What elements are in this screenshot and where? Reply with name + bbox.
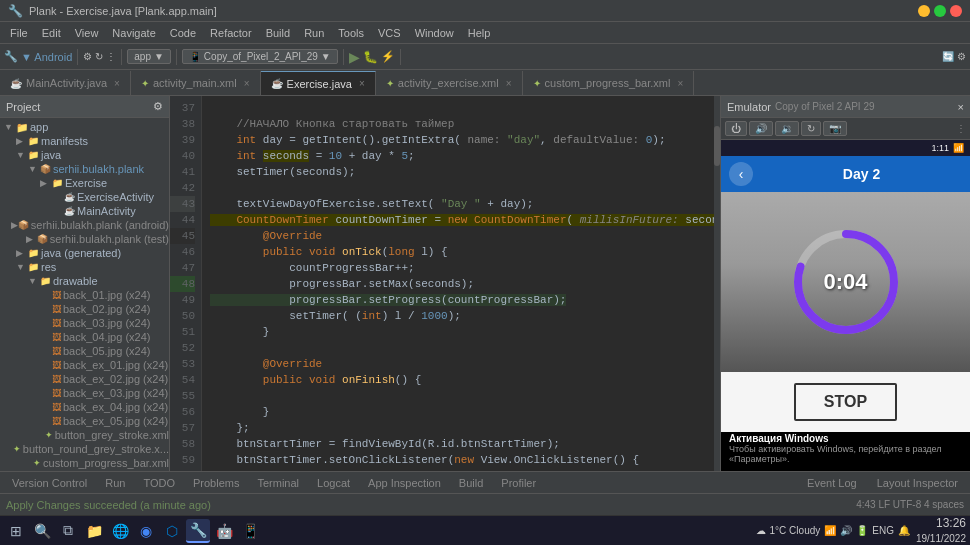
tree-back04[interactable]: ▶ 🖼 back_04.jpg (x24): [0, 330, 169, 344]
stop-button-area: STOP: [721, 372, 970, 432]
tree-exercise-folder[interactable]: ▶ 📁 Exercise: [0, 176, 169, 190]
menu-run[interactable]: Run: [298, 25, 330, 41]
emu-vol-down-btn[interactable]: 🔉: [775, 121, 799, 136]
emu-rotate-btn[interactable]: ↻: [801, 121, 821, 136]
tab-close-mainactivity[interactable]: ×: [114, 78, 120, 89]
tab-activity-main[interactable]: ✦ activity_main.xml ×: [131, 71, 261, 95]
emu-screenshot-btn[interactable]: 📷: [823, 121, 847, 136]
tree-pkg-test[interactable]: ▶ 📦 serhii.bulakh.plank (test): [0, 232, 169, 246]
minimize-button[interactable]: [918, 5, 930, 17]
editor-scrollbar[interactable]: [714, 96, 720, 471]
tree-pkg-android[interactable]: ▶ 📦 serhii.bulakh.plank (android): [0, 218, 169, 232]
toolbar-icon-3[interactable]: ⋮: [106, 51, 116, 62]
toolbar-icon-2[interactable]: ↻: [95, 51, 103, 62]
tree-pkg[interactable]: ▼ 📦 serhii.bulakh.plank: [0, 162, 169, 176]
menu-help[interactable]: Help: [462, 25, 497, 41]
profile-button[interactable]: ⚡: [381, 50, 395, 63]
bottom-tab-build[interactable]: Build: [451, 475, 491, 491]
close-button[interactable]: [950, 5, 962, 17]
bottom-tab-profiler[interactable]: Profiler: [493, 475, 544, 491]
notification-icon[interactable]: 🔔: [898, 525, 910, 536]
menu-view[interactable]: View: [69, 25, 105, 41]
taskbar-edge-button[interactable]: 🌐: [108, 519, 132, 543]
emulator-close-icon[interactable]: ×: [958, 101, 964, 113]
tab-activity-exercise[interactable]: ✦ activity_exercise.xml ×: [376, 71, 523, 95]
taskbar-chrome-button[interactable]: ◉: [134, 519, 158, 543]
menu-navigate[interactable]: Navigate: [106, 25, 161, 41]
tree-custom-progress[interactable]: ▶ ✦ custom_progress_bar.xml: [0, 456, 169, 470]
emu-vol-up-btn[interactable]: 🔊: [749, 121, 773, 136]
tree-back-ex02[interactable]: ▶ 🖼 back_ex_02.jpg (x24): [0, 372, 169, 386]
tree-exercise-activity[interactable]: ▶ ☕ ExerciseActivity: [0, 190, 169, 204]
tree-btn-grey[interactable]: ▶ ✦ button_grey_stroke.xml: [0, 428, 169, 442]
taskbar-intellij-button[interactable]: 🔧: [186, 519, 210, 543]
phone-back-button[interactable]: ‹: [729, 162, 753, 186]
menu-refactor[interactable]: Refactor: [204, 25, 258, 41]
sync-icon[interactable]: 🔄: [942, 51, 954, 62]
menu-vcs[interactable]: VCS: [372, 25, 407, 41]
tree-back03[interactable]: ▶ 🖼 back_03.jpg (x24): [0, 316, 169, 330]
bottom-tab-layout-inspector[interactable]: Layout Inspector: [869, 475, 966, 491]
tree-java[interactable]: ▼ 📁 java: [0, 148, 169, 162]
tree-app[interactable]: ▼ 📁 app: [0, 120, 169, 134]
menu-file[interactable]: File: [4, 25, 34, 41]
tree-mainactivity[interactable]: ▶ ☕ MainActivity: [0, 204, 169, 218]
tab-close-4[interactable]: ×: [506, 78, 512, 89]
project-settings-icon[interactable]: ⚙: [153, 100, 163, 113]
tab-close-2[interactable]: ×: [244, 78, 250, 89]
network-icon[interactable]: 📶: [824, 525, 836, 536]
tab-close-3[interactable]: ×: [359, 78, 365, 89]
tree-manifests[interactable]: ▶ 📁 manifests: [0, 134, 169, 148]
taskbar-taskview-button[interactable]: ⧉: [56, 519, 80, 543]
toolbar-project-selector[interactable]: app ▼: [127, 49, 171, 64]
bottom-tab-problems[interactable]: Problems: [185, 475, 247, 491]
battery-icon[interactable]: 🔋: [856, 525, 868, 536]
clock-display[interactable]: 13:26 19/11/2022: [916, 516, 966, 545]
taskbar-explorer-button[interactable]: 📁: [82, 519, 106, 543]
settings-icon[interactable]: ⚙: [957, 51, 966, 62]
tab-close-5[interactable]: ×: [677, 78, 683, 89]
menu-tools[interactable]: Tools: [332, 25, 370, 41]
taskbar-search-button[interactable]: 🔍: [30, 519, 54, 543]
tab-custom-progress[interactable]: ✦ custom_progress_bar.xml ×: [523, 71, 695, 95]
volume-icon[interactable]: 🔊: [840, 525, 852, 536]
tree-back01[interactable]: ▶ 🖼 back_01.jpg (x24): [0, 288, 169, 302]
taskbar-android-button[interactable]: 🤖: [212, 519, 236, 543]
run-button[interactable]: ▶: [349, 49, 360, 65]
toolbar-icon-1[interactable]: ⚙: [83, 51, 92, 62]
tree-drawable[interactable]: ▼ 📁 drawable: [0, 274, 169, 288]
tree-back-ex05[interactable]: ▶ 🖼 back_ex_05.jpg (x24): [0, 414, 169, 428]
menu-window[interactable]: Window: [409, 25, 460, 41]
tree-btn-round-grey[interactable]: ▶ ✦ button_round_grey_stroke.x...: [0, 442, 169, 456]
stop-button[interactable]: STOP: [794, 383, 897, 421]
bottom-tab-logcat[interactable]: Logcat: [309, 475, 358, 491]
scrollbar-thumb[interactable]: [714, 126, 720, 166]
bottom-tab-run[interactable]: Run: [97, 475, 133, 491]
menu-edit[interactable]: Edit: [36, 25, 67, 41]
taskbar-vscode-button[interactable]: ⬡: [160, 519, 184, 543]
tab-mainactivity[interactable]: ☕ MainActivity.java ×: [0, 71, 131, 95]
taskbar-extra-button[interactable]: 📱: [238, 519, 262, 543]
bottom-tab-event-log[interactable]: Event Log: [799, 475, 865, 491]
maximize-button[interactable]: [934, 5, 946, 17]
tree-back05[interactable]: ▶ 🖼 back_05.jpg (x24): [0, 344, 169, 358]
emu-power-btn[interactable]: ⏻: [725, 121, 747, 136]
tree-back02[interactable]: ▶ 🖼 back_02.jpg (x24): [0, 302, 169, 316]
menu-code[interactable]: Code: [164, 25, 202, 41]
toolbar-device-selector[interactable]: 📱 Copy_of_Pixel_2_API_29 ▼: [182, 49, 338, 64]
tree-back-ex01[interactable]: ▶ 🖼 back_ex_01.jpg (x24): [0, 358, 169, 372]
tab-exercise[interactable]: ☕ Exercise.java ×: [261, 71, 376, 95]
bottom-tab-version-control[interactable]: Version Control: [4, 475, 95, 491]
tree-java-generated[interactable]: ▶ 📁 java (generated): [0, 246, 169, 260]
code-editor[interactable]: //НАЧАЛО Кнопка стартовать таймер int da…: [202, 96, 720, 471]
menu-build[interactable]: Build: [260, 25, 296, 41]
tree-back-ex03[interactable]: ▶ 🖼 back_ex_03.jpg (x24): [0, 386, 169, 400]
debug-button[interactable]: 🐛: [363, 50, 378, 64]
tree-back-ex04[interactable]: ▶ 🖼 back_ex_04.jpg (x24): [0, 400, 169, 414]
bottom-tab-terminal[interactable]: Terminal: [249, 475, 307, 491]
emu-more-btn[interactable]: ⋮: [956, 123, 966, 134]
bottom-tab-todo[interactable]: TODO: [135, 475, 183, 491]
bottom-tab-app-inspection[interactable]: App Inspection: [360, 475, 449, 491]
tree-res[interactable]: ▼ 📁 res: [0, 260, 169, 274]
taskbar-start-button[interactable]: ⊞: [4, 519, 28, 543]
